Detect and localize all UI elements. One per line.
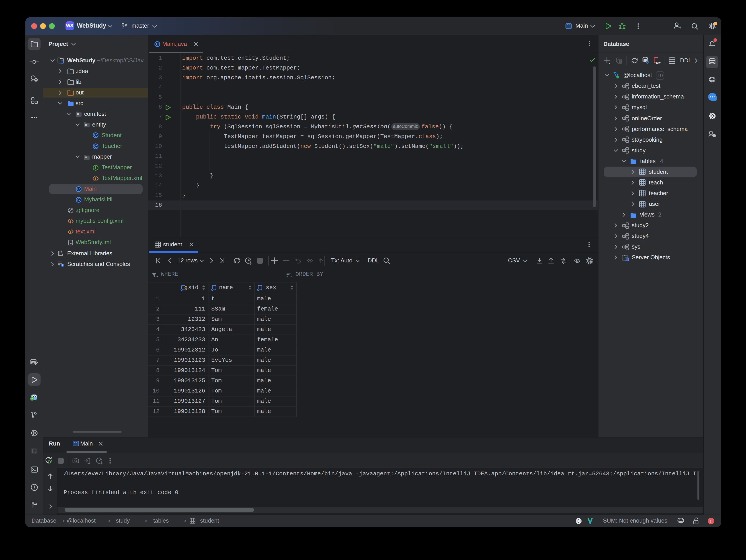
svg-text:C: C	[77, 187, 80, 191]
svg-text:C: C	[94, 134, 97, 138]
svg-text:C: C	[156, 42, 159, 46]
svg-text:?: ?	[35, 79, 37, 82]
svg-text:I: I	[95, 166, 96, 170]
svg-text:C: C	[94, 144, 97, 148]
svg-text:C: C	[77, 198, 80, 202]
